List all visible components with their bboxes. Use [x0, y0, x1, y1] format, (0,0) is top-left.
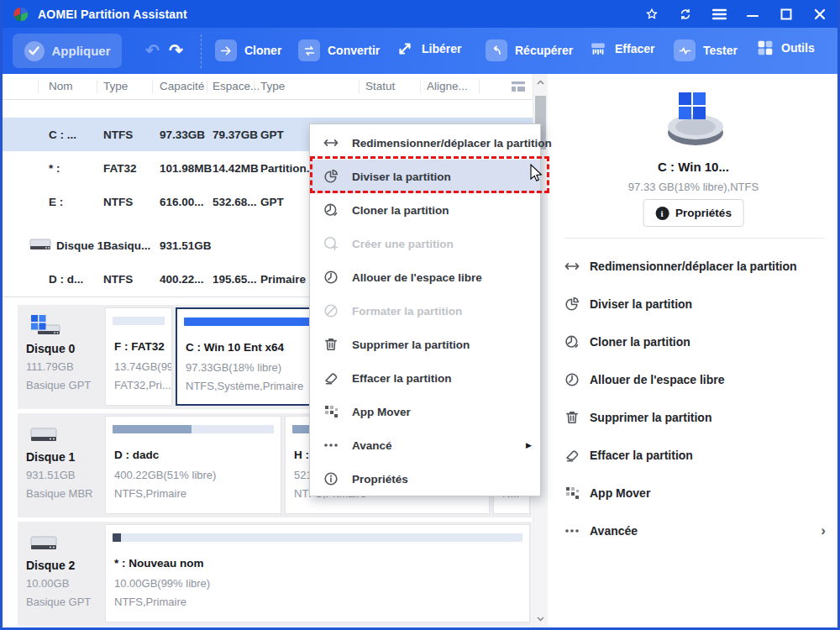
toolbar-free-button[interactable]: Libérer [396, 39, 461, 58]
window-title: AOMEI Partition Assistant [38, 8, 187, 21]
properties-button[interactable]: i Propriétés [643, 199, 744, 227]
menu-item-delete[interactable]: Supprimer la partition [310, 328, 540, 361]
selected-partition-title: C : Win 10... [549, 160, 837, 174]
menu-item-advanced[interactable]: Avancé ▶ [310, 428, 540, 462]
apply-label: Appliquer [52, 44, 111, 58]
sidebar-item-appmover[interactable]: App Mover [549, 476, 837, 510]
list-view-icon[interactable] [509, 77, 528, 99]
format-partition-icon [323, 302, 339, 319]
menu-item-resize[interactable]: Redimensionner/déplacer la partition [310, 126, 540, 160]
selected-partition-info: 97.33 GB(18% libre),NTFS [549, 181, 837, 193]
clipped-table-row: * : Wi... NTFS 101.46... 2.46GB... GPT M… [3, 100, 533, 108]
toolbar: Appliquer ↶ ↷ Cloner Convertir Libérer [3, 28, 837, 74]
partition-f[interactable]: F : FAT32 13.74GB(99... FAT32,Pri... [105, 307, 172, 406]
partition-d-bar [113, 425, 274, 433]
convert-icon [298, 39, 320, 61]
submenu-arrow-icon: ▶ [526, 441, 532, 449]
sidebar-item-wipe[interactable]: Effacer la partition [549, 438, 837, 472]
column-type-part[interactable]: Type [260, 80, 285, 92]
eraser-icon [323, 370, 339, 386]
menu-item-format[interactable]: Formater la partition [310, 294, 540, 328]
column-nom[interactable]: Nom [49, 80, 73, 92]
column-aligne[interactable]: Aligne... [427, 80, 468, 92]
tools-grid-icon [757, 39, 774, 56]
sidebar-item-split[interactable]: Diviser la partition [549, 287, 837, 321]
trash-icon [323, 336, 339, 353]
partition-f-bar [113, 317, 165, 325]
toolbar-wipe-button[interactable]: Effacer [589, 39, 654, 58]
app-window: AOMEI Partition Assistant [0, 0, 840, 630]
clone-partition-icon [323, 202, 339, 218]
undo-icon[interactable]: ↶ [145, 39, 160, 61]
menu-item-properties[interactable]: Propriétés [310, 462, 540, 496]
redo-icon[interactable]: ↷ [169, 39, 183, 61]
resize-icon [323, 134, 339, 151]
menu-item-allocate[interactable]: Allouer de l'espace libre [310, 260, 540, 294]
column-capacite[interactable]: Capacité [160, 80, 204, 92]
toolbar-clone-button[interactable]: Cloner [215, 39, 281, 61]
maximize-button[interactable] [775, 3, 797, 25]
disk0-icon [29, 313, 65, 342]
highlight-dashed-border [310, 156, 549, 193]
sidebar-item-resize[interactable]: Redimensionner/déplacer la partition [549, 249, 837, 283]
partition-nouveau-bar [113, 533, 522, 542]
minimize-button[interactable] [742, 3, 764, 25]
disk2-icon [29, 533, 58, 557]
hamburger-menu-icon[interactable] [708, 3, 730, 25]
resize-icon [564, 258, 580, 275]
sidebar-item-clone[interactable]: Cloner la partition [549, 325, 837, 359]
recover-icon [486, 39, 507, 61]
clone-partition-icon [564, 333, 580, 350]
sidebar-divider [564, 238, 824, 239]
table-header: Nom Type Capacité Espace... Type Statut … [3, 74, 547, 100]
right-sidebar: C : Win 10... 97.33 GB(18% libre),NTFS i… [549, 74, 837, 627]
favorite-star-icon[interactable] [641, 3, 663, 25]
disk-panel-2: Disque 2 10.00GB Basique GPT * : Nouveau… [18, 522, 532, 626]
info-icon [323, 470, 339, 487]
selected-partition-graphic [549, 86, 837, 155]
partition-d[interactable]: D : dadc 400.22GB(51% libre) NTFS,Primai… [105, 416, 281, 514]
apply-button[interactable]: Appliquer [13, 34, 122, 68]
scroll-down-icon[interactable] [533, 612, 548, 626]
eraser-icon [564, 447, 580, 464]
disk1-icon [29, 425, 58, 449]
clone-icon [215, 39, 237, 61]
toolbar-tools-button[interactable]: Outils [757, 39, 815, 56]
column-statut[interactable]: Statut [365, 80, 395, 92]
sidebar-item-advanced[interactable]: Avancée › [549, 514, 837, 548]
create-partition-icon [323, 235, 339, 252]
toolbar-recover-button[interactable]: Récupérer [486, 39, 573, 61]
scroll-up-icon[interactable] [533, 76, 548, 89]
refresh-icon[interactable] [675, 3, 696, 25]
trash-icon [564, 409, 580, 426]
allocate-free-space-icon [323, 269, 339, 286]
info-badge-icon: i [655, 207, 669, 220]
chevron-right-icon: › [821, 522, 826, 539]
mouse-cursor [528, 164, 545, 187]
menu-item-wipe[interactable]: Effacer la partition [310, 361, 540, 395]
app-logo-icon [13, 6, 29, 23]
column-type-fs[interactable]: Type [103, 80, 128, 92]
toolbar-separator [201, 34, 202, 68]
app-mover-icon [564, 485, 580, 501]
shredder-icon [589, 39, 607, 58]
dots-icon [564, 522, 580, 539]
allocate-free-space-icon [564, 371, 580, 388]
title-bar: AOMEI Partition Assistant [3, 0, 837, 28]
close-button[interactable] [809, 3, 831, 25]
free-space-icon [396, 39, 414, 58]
toolbar-convert-button[interactable]: Convertir [298, 39, 380, 61]
partition-nouveau[interactable]: * : Nouveau nom 10.00GB(99% libre) NTFS,… [105, 524, 530, 622]
app-mover-icon [323, 403, 339, 420]
toolbar-test-button[interactable]: Tester [674, 39, 738, 61]
sidebar-item-delete[interactable]: Supprimer la partition [549, 401, 837, 434]
dots-icon [323, 437, 339, 454]
column-espace[interactable]: Espace... [213, 80, 260, 92]
menu-item-clone[interactable]: Cloner la partition [310, 193, 540, 227]
disk-drive-icon [29, 237, 51, 255]
split-partition-icon [564, 296, 580, 312]
menu-item-create[interactable]: Créer une partition [310, 227, 540, 260]
check-icon [24, 41, 45, 61]
sidebar-item-allocate[interactable]: Allouer de l'espace libre [549, 363, 837, 396]
menu-item-appmover[interactable]: App Mover [310, 395, 540, 428]
